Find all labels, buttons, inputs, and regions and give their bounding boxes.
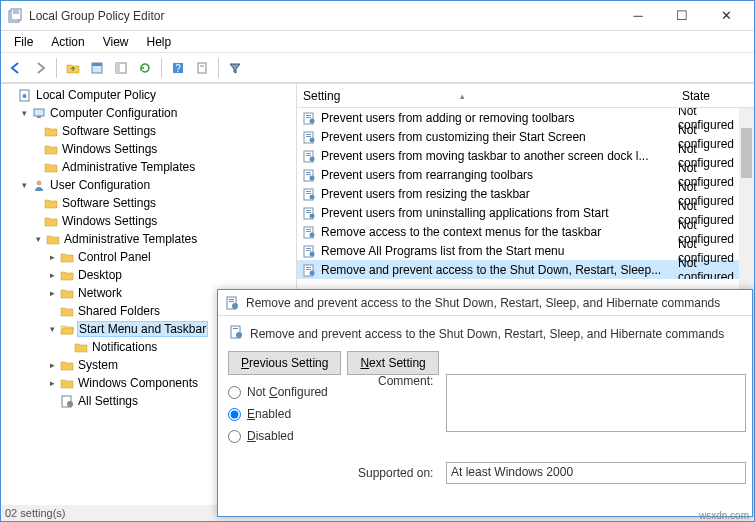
folder-open-icon	[59, 322, 75, 336]
setting-icon	[301, 205, 317, 221]
svg-rect-44	[306, 229, 311, 230]
tree-admin-templates-2[interactable]: ▾ Administrative Templates	[3, 230, 294, 248]
previous-setting-button[interactable]: Previous Setting	[228, 351, 341, 375]
chevron-right-icon[interactable]: ▸	[45, 252, 59, 262]
tree-software-settings-2[interactable]: Software Settings	[3, 194, 294, 212]
policy-icon	[17, 88, 33, 102]
tree-software-settings-1[interactable]: Software Settings	[3, 122, 294, 140]
chevron-down-icon[interactable]: ▾	[17, 180, 31, 190]
column-header-state[interactable]: State	[678, 89, 754, 103]
svg-rect-56	[229, 299, 234, 300]
svg-point-58	[232, 303, 238, 309]
minimize-button[interactable]: ─	[616, 2, 660, 30]
row-text: Prevent users from adding or removing to…	[321, 111, 678, 125]
settings-list-icon	[59, 394, 75, 408]
tree-computer-config[interactable]: ▾ Computer Configuration	[3, 104, 294, 122]
folder-icon	[45, 232, 61, 246]
view-icon[interactable]	[110, 57, 132, 79]
svg-rect-10	[198, 63, 206, 73]
setting-icon	[301, 148, 317, 164]
tree-admin-templates-1[interactable]: Administrative Templates	[3, 158, 294, 176]
row-text: Prevent users from moving taskbar to ano…	[321, 149, 678, 163]
watermark: wsxdn.com	[699, 510, 749, 521]
next-setting-button[interactable]: Next Setting	[347, 351, 438, 375]
svg-point-38	[310, 194, 315, 199]
user-icon	[31, 178, 47, 192]
maximize-button[interactable]: ☐	[660, 2, 704, 30]
action-icon[interactable]	[86, 57, 108, 79]
menu-action[interactable]: Action	[42, 33, 93, 51]
refresh-icon[interactable]	[134, 57, 156, 79]
svg-rect-20	[306, 115, 311, 116]
toolbar: ?	[1, 53, 754, 83]
svg-rect-36	[306, 191, 311, 192]
svg-rect-24	[306, 134, 311, 135]
svg-rect-25	[306, 136, 311, 137]
sort-asc-icon: ▴	[460, 91, 465, 101]
policy-icon	[228, 324, 244, 343]
svg-point-61	[236, 332, 242, 338]
folder-icon	[59, 304, 75, 318]
chevron-down-icon[interactable]: ▾	[45, 324, 59, 334]
chevron-right-icon[interactable]: ▸	[45, 378, 59, 388]
forward-button[interactable]	[29, 57, 51, 79]
chevron-down-icon[interactable]: ▾	[17, 108, 31, 118]
svg-rect-5	[92, 63, 102, 66]
dialog-titlebar[interactable]: Remove and prevent access to the Shut Do…	[218, 290, 752, 316]
comment-label: Comment:	[378, 374, 433, 388]
svg-rect-57	[229, 301, 234, 302]
chevron-right-icon[interactable]: ▸	[45, 360, 59, 370]
dialog-title: Remove and prevent access to the Shut Do…	[246, 296, 720, 310]
svg-point-30	[310, 156, 315, 161]
svg-rect-37	[306, 193, 311, 194]
svg-point-18	[67, 401, 73, 407]
close-button[interactable]: ✕	[704, 2, 748, 30]
setting-icon	[301, 262, 317, 278]
folder-icon	[59, 268, 75, 282]
up-folder-icon[interactable]	[62, 57, 84, 79]
svg-point-26	[310, 137, 315, 142]
titlebar: Local Group Policy Editor ─ ☐ ✕	[1, 1, 754, 31]
chevron-right-icon[interactable]: ▸	[45, 288, 59, 298]
row-text: Prevent users from customizing their Sta…	[321, 130, 678, 144]
back-button[interactable]	[5, 57, 27, 79]
menu-help[interactable]: Help	[138, 33, 181, 51]
menu-view[interactable]: View	[94, 33, 138, 51]
filter-icon[interactable]	[224, 57, 246, 79]
folder-icon	[43, 142, 59, 156]
tree-desktop[interactable]: ▸Desktop	[3, 266, 294, 284]
svg-rect-45	[306, 231, 311, 232]
row-text: Remove All Programs list from the Start …	[321, 244, 678, 258]
svg-rect-14	[34, 109, 44, 116]
tree-control-panel[interactable]: ▸Control Panel	[3, 248, 294, 266]
supported-on-value: At least Windows 2000	[446, 462, 746, 484]
comment-textbox[interactable]	[446, 374, 746, 432]
column-header-setting[interactable]: Setting▴	[297, 89, 678, 103]
tree-root[interactable]: Local Computer Policy	[3, 86, 294, 104]
setting-icon	[301, 129, 317, 145]
svg-rect-52	[306, 267, 311, 268]
chevron-right-icon[interactable]: ▸	[45, 270, 59, 280]
svg-rect-48	[306, 248, 311, 249]
list-row[interactable]: Remove and prevent access to the Shut Do…	[297, 260, 754, 279]
folder-icon	[43, 124, 59, 138]
folder-icon	[59, 358, 75, 372]
app-icon	[7, 8, 23, 24]
properties-icon[interactable]	[191, 57, 213, 79]
chevron-down-icon[interactable]: ▾	[31, 234, 45, 244]
scrollbar-thumb[interactable]	[741, 128, 752, 178]
svg-rect-40	[306, 210, 311, 211]
svg-point-16	[37, 181, 42, 186]
tree-windows-settings-2[interactable]: Windows Settings	[3, 212, 294, 230]
window-title: Local Group Policy Editor	[29, 9, 616, 23]
svg-point-46	[310, 232, 315, 237]
supported-on-label: Supported on:	[358, 466, 433, 480]
help-icon[interactable]: ?	[167, 57, 189, 79]
row-text: Prevent users from resizing the taskbar	[321, 187, 678, 201]
menu-file[interactable]: File	[5, 33, 42, 51]
setting-icon	[301, 243, 317, 259]
tree-windows-settings-1[interactable]: Windows Settings	[3, 140, 294, 158]
svg-rect-21	[306, 117, 311, 118]
list-body: Prevent users from adding or removing to…	[297, 108, 754, 279]
tree-user-config[interactable]: ▾ User Configuration	[3, 176, 294, 194]
